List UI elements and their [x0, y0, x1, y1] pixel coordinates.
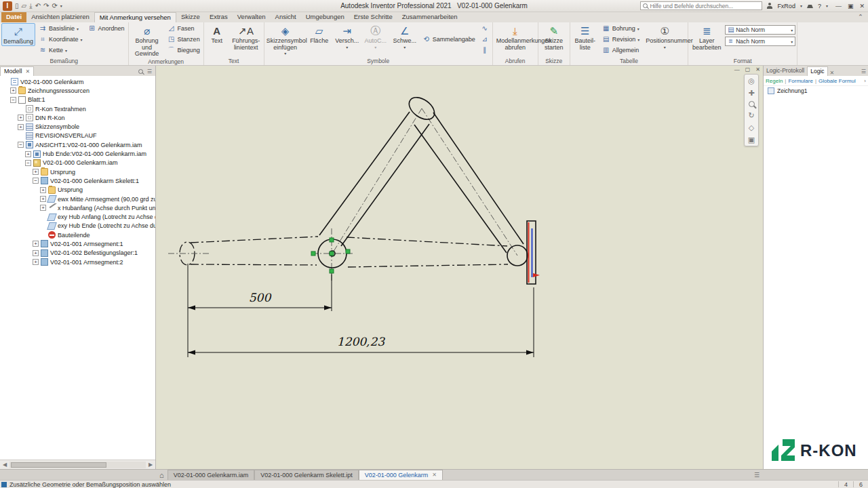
- tree-item-din-rkon[interactable]: +DIN R-Kon: [0, 113, 155, 122]
- tree-item-hub-anfang-ebene[interactable]: exy Hub Anfang (Lotrecht zu Achse durch …: [0, 212, 155, 221]
- tree-item-ansicht1[interactable]: −ANSICHT1:V02-01-000 Gelenkarm.iam: [0, 140, 155, 149]
- inventor-app-icon[interactable]: I: [3, 1, 12, 11]
- tab-mit-anmerkung-versehen[interactable]: Mit Anmerkung versehen: [94, 12, 176, 22]
- versch-dropdown-icon[interactable]: ▾: [346, 45, 348, 49]
- expander-icon[interactable]: +: [40, 187, 46, 193]
- minimize-button[interactable]: —: [835, 3, 842, 9]
- actuator-bar[interactable]: [527, 221, 540, 284]
- tab-ansicht[interactable]: Ansicht: [271, 12, 301, 22]
- tree-item-hub-ende[interactable]: +Hub Ende:V02-01-000 Gelenkarm.iam: [0, 149, 155, 158]
- weld-fill-button[interactable]: ⊿: [479, 34, 491, 45]
- autoc-button[interactable]: Ⓐ AutoC... ▾: [362, 23, 389, 49]
- browser-search-icon[interactable]: [138, 69, 143, 74]
- tab-zusammenarbeiten[interactable]: Zusammenarbeiten: [397, 12, 462, 22]
- expander-icon[interactable]: +: [18, 115, 24, 121]
- group-label-bemassung[interactable]: Bemaßung: [1, 57, 127, 65]
- pan-icon[interactable]: ✚: [748, 89, 754, 97]
- anordnen-button[interactable]: ⊞ Anordnen: [86, 23, 127, 34]
- help-dropdown-icon[interactable]: ▾: [826, 3, 828, 8]
- group-label-skizze[interactable]: Skizze: [540, 57, 568, 65]
- group-label-abrufen[interactable]: Abrufen: [494, 57, 536, 65]
- browser-tab-modell[interactable]: Modell ✕: [0, 66, 34, 76]
- dimension-1200[interactable]: 1200,23: [188, 287, 534, 357]
- tab-ansichten-platzieren[interactable]: Ansichten platzieren: [26, 12, 94, 22]
- tab-umgebungen[interactable]: Umgebungen: [301, 12, 349, 22]
- navigation-wheel-icon[interactable]: ◎: [748, 77, 755, 85]
- skizze-starten-button[interactable]: ✎ Skizze starten: [540, 23, 568, 51]
- tree-item-revisionsverlauf[interactable]: REVISIONSVERLAUF: [0, 131, 155, 140]
- logic-item-zeichnung1[interactable]: Zeichnung1: [764, 86, 868, 96]
- koordinate-dropdown-icon[interactable]: ▾: [81, 37, 83, 42]
- logic-close-icon[interactable]: ✕: [828, 70, 837, 76]
- save-icon[interactable]: ⤓: [29, 1, 32, 11]
- skizzensymbol-button[interactable]: ◈ Skizzensymbol einfügen ▾: [266, 23, 305, 56]
- stanzen-button[interactable]: ◳ Stanzen: [165, 34, 202, 45]
- basislinie-button[interactable]: ⇉ Basislinie ▾: [37, 23, 85, 34]
- app-store-icon[interactable]: [807, 3, 813, 8]
- bohrung-gewinde-button[interactable]: ⌀ Bohrung und Gewinde: [130, 23, 164, 58]
- tree-item-skelett[interactable]: −V02-01-000 Gelenkarm Skelett:1: [0, 176, 155, 185]
- positionsnummer-button[interactable]: ① Positionsnummer ▾: [643, 23, 686, 49]
- layer-dropdown[interactable]: ≡ Nach Norm ▾: [725, 37, 795, 46]
- koordinate-button[interactable]: ⌗ Koordinate ▾: [37, 34, 85, 45]
- scroll-left-icon[interactable]: ◀: [0, 462, 9, 468]
- update-icon[interactable]: ⟳: [52, 1, 57, 11]
- layer-bearbeiten-button[interactable]: ≣ Layer bearbeiten: [690, 23, 724, 51]
- sammelangabe-button[interactable]: ⟲ Sammelangabe: [420, 34, 477, 45]
- tree-item-ursprung-2[interactable]: +Ursprung: [0, 186, 155, 195]
- style-dropdown-arrow-icon[interactable]: ▾: [791, 28, 793, 33]
- search-input[interactable]: [650, 3, 760, 9]
- style-dropdown[interactable]: ▤ Nach Norm ▾: [725, 25, 795, 35]
- tree-item-bauteilende[interactable]: Bauteilende: [0, 230, 155, 239]
- group-label-symbole[interactable]: Symbole: [266, 57, 491, 65]
- tab-datei[interactable]: Datei: [1, 12, 26, 22]
- home-icon[interactable]: ⌂: [157, 471, 167, 480]
- expander-icon[interactable]: +: [40, 196, 46, 202]
- expander-icon[interactable]: −: [25, 160, 31, 166]
- tree-item-armsegment-1[interactable]: +V02-01-001 Armsegment:1: [0, 239, 155, 248]
- help-icon[interactable]: ?: [818, 3, 821, 9]
- scroll-right-icon[interactable]: ▶: [146, 462, 155, 468]
- tab-verwalten[interactable]: Verwalten: [233, 12, 271, 22]
- group-label-anmerkungen[interactable]: Anmerkungen: [130, 58, 202, 66]
- redo-icon[interactable]: ↷: [43, 1, 49, 11]
- browser-horizontal-scrollbar[interactable]: ◀ ▶: [0, 460, 155, 469]
- browser-close-icon[interactable]: ✕: [26, 67, 31, 76]
- biegung-button[interactable]: ⌒ Biegung: [165, 45, 202, 56]
- scrollbar-thumb[interactable]: [11, 462, 106, 468]
- drawing-sheet[interactable]: 500 1200,23: [156, 66, 763, 468]
- user-dropdown-icon[interactable]: ▾: [800, 3, 802, 8]
- kette-dropdown-icon[interactable]: ▾: [65, 48, 67, 53]
- expander-icon[interactable]: +: [10, 87, 16, 94]
- doc-close-icon[interactable]: ✕: [755, 66, 760, 73]
- tree-item-befestigungslager[interactable]: +V02-01-002 Befestigungslager:1: [0, 249, 155, 258]
- tree-item-hub-ende-ebene[interactable]: exy Hub Ende (Lotrecht zu Achse durch Pu…: [0, 222, 155, 230]
- tree-item-ursprung-1[interactable]: +Ursprung: [0, 167, 155, 176]
- zoom-window-icon[interactable]: ▣: [748, 136, 755, 144]
- logic-menu-icon[interactable]: ☰: [861, 68, 868, 76]
- group-label-tabelle[interactable]: Tabelle: [572, 57, 687, 65]
- fuehrungslinientext-button[interactable]: ↗A Führungs-linientext: [230, 23, 262, 51]
- link-globale-formulare[interactable]: Globale Formul: [818, 78, 856, 84]
- orbit-icon[interactable]: ↻: [748, 111, 754, 119]
- positionsnummer-dropdown-icon[interactable]: ▾: [664, 45, 666, 49]
- tree-item-zeichnungsressourcen[interactable]: +Zeichnungsressourcen: [0, 86, 155, 95]
- expander-icon[interactable]: +: [40, 205, 46, 211]
- bauteilliste-button[interactable]: ☰ Bauteil-liste: [572, 23, 599, 51]
- arm-geometry[interactable]: [318, 93, 528, 268]
- layer-dropdown-arrow-icon[interactable]: ▾: [791, 39, 793, 44]
- bohrung-tabelle-dropdown-icon[interactable]: ▾: [637, 26, 639, 31]
- qat-dropdown-icon[interactable]: ▾: [60, 3, 62, 8]
- allgemein-button[interactable]: ▥ Allgemein: [600, 45, 642, 56]
- kette-button[interactable]: ≋ Kette ▾: [37, 45, 85, 56]
- doctab-skelett-ipt[interactable]: V02-01-000 Gelenkarm Skelett.ipt: [254, 470, 359, 480]
- doc-minimize-icon[interactable]: —: [734, 66, 740, 73]
- open-file-icon[interactable]: ▱: [22, 1, 27, 11]
- dimension-500-text[interactable]: 500: [249, 291, 272, 304]
- dimension-500[interactable]: 500: [188, 264, 332, 357]
- schwe-button[interactable]: ∠ Schwe... ▾: [391, 23, 419, 49]
- tree-item-armsegment-2[interactable]: +V02-01-001 Armsegment:2: [0, 258, 155, 266]
- close-button[interactable]: ✕: [859, 3, 865, 9]
- tree-item-textrahmen[interactable]: R-Kon Textrahmen: [0, 104, 155, 113]
- expander-icon[interactable]: +: [33, 241, 39, 247]
